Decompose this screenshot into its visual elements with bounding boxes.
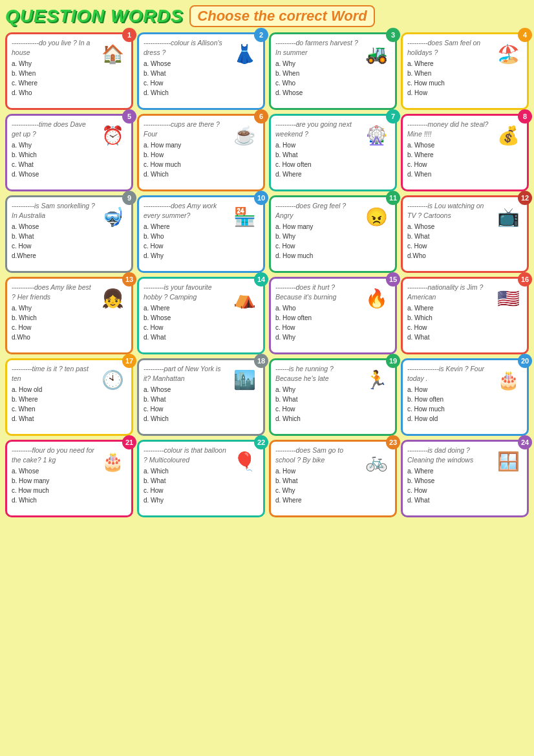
card-num-11: 11: [386, 191, 400, 205]
option-item: d.Who: [407, 251, 522, 261]
option-item: b. Where: [12, 394, 127, 404]
option-item: b. What: [275, 150, 390, 160]
option-item: c. How: [275, 323, 390, 332]
option-item: d. Where: [275, 169, 390, 179]
card-num-1: 1: [122, 28, 136, 42]
card-2: 2👗------------colour is Allison's dress …: [137, 32, 265, 110]
card-17: 17🕙---------time is it ? ten past tena. …: [5, 358, 133, 436]
option-item: c. How much: [407, 78, 522, 88]
option-item: b. Which: [12, 313, 127, 323]
option-item: c. Who: [275, 78, 390, 88]
option-item: b. When: [275, 69, 390, 78]
option-item: b. What: [12, 232, 127, 241]
card-11: 11😠---------does Greg feel ? Angrya. How…: [269, 195, 397, 273]
card-img-2: 👗: [230, 39, 259, 68]
card-23: 23🚲---------does Sam go to school ? By b…: [269, 440, 397, 517]
option-item: d. Where: [275, 495, 390, 505]
option-item: d. Why: [144, 251, 259, 261]
card-15: 15🔥---------does it hurt ?Because it's b…: [269, 277, 397, 354]
card-num-20: 20: [518, 354, 532, 368]
card-num-8: 8: [518, 109, 532, 124]
option-item: d. Why: [275, 332, 390, 342]
card-img-19: 🏃: [362, 365, 390, 394]
option-item: b. How many: [12, 476, 127, 486]
card-img-11: 😠: [362, 202, 390, 231]
card-num-18: 18: [254, 354, 268, 368]
card-img-3: 🚜: [362, 39, 390, 68]
card-img-15: 🔥: [362, 284, 390, 312]
card-img-6: ☕: [230, 121, 259, 149]
card-img-17: 🕙: [98, 365, 127, 394]
option-item: c. How: [144, 323, 259, 332]
card-num-2: 2: [254, 28, 268, 42]
option-item: b. What: [144, 394, 259, 404]
card-img-18: 🏙️: [230, 365, 259, 394]
card-num-9: 9: [122, 191, 136, 205]
option-item: b. What: [275, 476, 390, 486]
option-item: b. Who: [144, 232, 259, 241]
card-num-5: 5: [122, 109, 136, 124]
option-item: d. Who: [12, 88, 127, 98]
option-item: b. Whose: [144, 313, 259, 323]
card-13: 13👧----------does Amy like best ? Her fr…: [5, 277, 133, 354]
card-18: 18🏙️---------part of New York is it? Man…: [137, 358, 265, 436]
card-num-6: 6: [254, 109, 268, 124]
card-20: 20🎂--------------is Kevin ? Four today .…: [401, 358, 529, 436]
option-item: d. Whose: [12, 169, 127, 179]
option-item: c. How: [12, 241, 127, 251]
card-num-4: 4: [518, 28, 532, 42]
sub-title: Choose the correct Word: [189, 5, 374, 27]
card-img-20: 🎂: [494, 365, 522, 394]
card-19: 19🏃------is he running ? Because he's la…: [269, 358, 397, 436]
card-24: 24🪟---------is dad doing ? Cleaning the …: [401, 440, 529, 517]
card-num-12: 12: [518, 191, 532, 205]
cards-grid: 1🏠------------do you live ? In a housea.…: [5, 32, 529, 517]
option-item: b. Whose: [407, 476, 522, 486]
card-img-4: 🏖️: [494, 39, 522, 68]
card-num-22: 22: [254, 435, 268, 449]
card-4: 4🏖️---------does Sam feel on holidays ?a…: [401, 32, 529, 110]
option-item: d.Where: [12, 251, 127, 261]
option-item: b. What: [144, 69, 259, 78]
card-num-7: 7: [386, 109, 400, 124]
option-item: c. How: [407, 486, 522, 495]
option-item: b. What: [407, 232, 522, 241]
option-item: c. When: [12, 404, 127, 414]
card-14: 14⛺---------is your favourite hobby ? Ca…: [137, 277, 265, 354]
option-item: d. What: [12, 414, 127, 424]
option-item: d. Whose: [275, 88, 390, 98]
option-item: d. How old: [407, 414, 522, 424]
option-item: c. How: [12, 323, 127, 332]
option-item: c. How: [144, 241, 259, 251]
card-6: 6☕------------cups are there ? Foura. Ho…: [137, 114, 265, 191]
option-item: d.Who: [12, 332, 127, 342]
option-item: b. When: [407, 69, 522, 78]
card-10: 10🏪------------does Amy work every summe…: [137, 195, 265, 273]
option-item: d. How much: [275, 251, 390, 261]
card-num-3: 3: [386, 28, 400, 42]
card-num-24: 24: [518, 435, 532, 449]
option-item: d. Which: [144, 88, 259, 98]
option-item: d. What: [144, 332, 259, 342]
option-item: d. What: [407, 495, 522, 505]
card-21: 21🎂---------flour do you need for the ca…: [5, 440, 133, 517]
option-item: b. Why: [275, 232, 390, 241]
option-item: b. How often: [407, 394, 522, 404]
option-item: b. What: [275, 394, 390, 404]
card-img-13: 👧: [98, 284, 127, 312]
card-1: 1🏠------------do you live ? In a housea.…: [5, 32, 133, 110]
main-title: QUESTION WORDS: [5, 6, 183, 27]
card-num-17: 17: [122, 354, 136, 368]
option-item: d. How: [407, 88, 522, 98]
card-num-10: 10: [254, 191, 268, 205]
card-3: 3🚜---------do farmers harvest ?In summer…: [269, 32, 397, 110]
card-img-12: 📺: [494, 202, 522, 231]
option-item: d. Which: [144, 414, 259, 424]
card-img-7: 🎡: [362, 121, 390, 149]
option-item: c. How: [144, 486, 259, 495]
option-item: c. How: [407, 160, 522, 169]
card-img-14: ⛺: [230, 284, 259, 312]
card-img-23: 🚲: [362, 447, 390, 475]
option-item: b. What: [144, 476, 259, 486]
option-item: b. When: [12, 69, 127, 78]
